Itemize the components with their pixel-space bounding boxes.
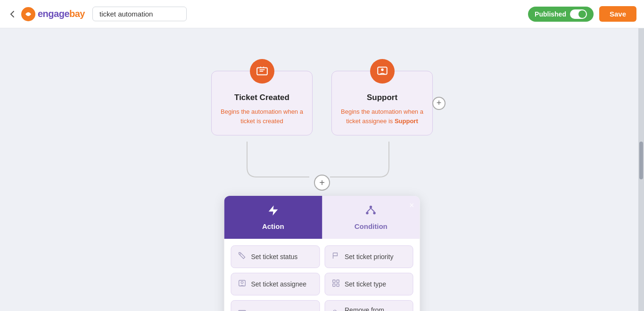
canvas: Ticket Created Begins the automation whe… [0,28,644,311]
trigger-card-ticket-created[interactable]: Ticket Created Begins the automation whe… [211,71,313,135]
back-button[interactable] [8,9,17,19]
trigger-cards-row: Ticket Created Begins the automation whe… [0,28,644,135]
trigger-card-support[interactable]: Support Begins the automation when a tic… [331,71,433,135]
grid-icon [331,279,340,289]
person-x-icon [331,309,340,311]
action-item-add-to-sequence[interactable]: Add to sequence [231,300,320,311]
action-condition-panel: × Action [224,196,420,311]
action-tab-label: Action [262,222,284,230]
svg-rect-16 [337,284,339,286]
ticket-icon [256,65,268,77]
support-desc: Begins the automation when a ticket assi… [339,107,425,126]
svg-point-5 [381,68,383,71]
published-toggle[interactable]: Published [528,7,594,22]
support-icon-wrap [370,59,395,84]
svg-point-10 [240,253,241,254]
flag-icon [331,252,340,262]
svg-rect-14 [337,280,339,282]
svg-marker-6 [269,205,278,216]
logo-icon [21,7,36,22]
ticket-created-desc: Begins the automation when a ticket is c… [219,107,305,126]
svg-rect-13 [332,280,335,282]
panel-close-button[interactable]: × [409,201,414,210]
action-item-set-ticket-status[interactable]: Set ticket status [231,245,320,268]
tab-action[interactable]: Action [224,196,322,239]
action-item-set-ticket-type-label: Set ticket type [345,280,386,288]
svg-point-12 [241,281,243,284]
action-item-set-ticket-priority[interactable]: Set ticket priority [324,245,413,268]
svg-point-7 [370,206,372,208]
action-item-set-ticket-assignee[interactable]: Set ticket assignee [231,273,320,295]
logo: engagebay [21,7,85,22]
condition-tab-label: Condition [355,222,388,230]
header-right: Published Save [528,6,636,22]
panel-header: × Action [224,196,420,239]
action-item-set-ticket-status-label: Set ticket status [251,253,298,261]
condition-tab-icon [365,204,377,219]
action-item-remove-from-sequence[interactable]: Remove from sequence [324,300,413,311]
published-label: Published [535,10,566,18]
action-items-grid: Set ticket status Set ticket priority [224,239,420,311]
action-item-set-ticket-assignee-label: Set ticket assignee [251,280,307,288]
svg-point-8 [366,212,368,214]
action-item-set-ticket-priority-label: Set ticket priority [345,253,393,261]
ticket-created-icon-wrap [250,59,274,84]
toggle-switch[interactable] [570,9,587,19]
envelope-icon [238,309,247,311]
support-title: Support [339,93,425,102]
svg-rect-15 [332,284,335,286]
automation-title-input[interactable] [92,7,187,21]
toggle-knob [578,10,586,18]
action-item-remove-from-sequence-label: Remove from sequence [345,306,406,311]
logo-text: engagebay [38,8,85,19]
svg-point-9 [373,212,376,214]
tag-icon [238,252,247,262]
tab-condition[interactable]: Condition [322,196,420,239]
support-desc-bold: Support [395,118,418,125]
action-item-set-ticket-type[interactable]: Set ticket type [324,273,413,295]
scrollbar-thumb [639,142,643,179]
support-icon [376,65,388,77]
add-node-button[interactable]: + [314,175,330,191]
action-tab-icon [267,204,279,219]
add-trigger-button[interactable]: + [432,97,446,110]
ticket-created-title: Ticket Created [219,93,305,102]
person-badge-icon [238,279,247,289]
header: engagebay Published Save [0,0,644,28]
save-button[interactable]: Save [599,6,636,22]
